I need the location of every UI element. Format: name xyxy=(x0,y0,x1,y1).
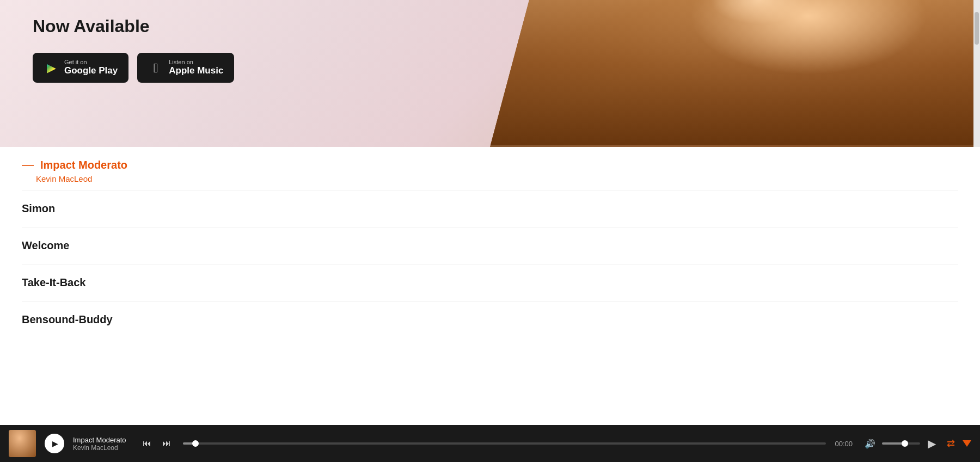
track-title: Bensound-Buddy xyxy=(22,313,113,325)
track-dash: — xyxy=(22,158,34,172)
track-title: Simon xyxy=(22,202,55,214)
google-play-icon xyxy=(44,60,59,76)
current-track-item[interactable]: — Impact Moderato Kevin MacLeod xyxy=(22,147,958,190)
google-play-small-label: Get it on xyxy=(64,59,87,65)
track-title: Take-It-Back xyxy=(22,276,85,288)
list-item[interactable]: Welcome xyxy=(22,227,958,264)
scrollbar-thumb[interactable] xyxy=(975,12,979,45)
hero-image xyxy=(490,0,980,147)
apple-music-big-label: Apple Music xyxy=(169,65,223,76)
hero-content: Now Available Get it on Google Play  Li… xyxy=(0,0,539,94)
current-track-artist: Kevin MacLeod xyxy=(22,174,958,183)
apple-music-small-label: Listen on xyxy=(169,59,193,65)
google-play-button[interactable]: Get it on Google Play xyxy=(33,53,128,83)
hero-buttons: Get it on Google Play  Listen on Apple … xyxy=(33,53,506,83)
scrollbar[interactable] xyxy=(973,0,980,147)
list-item[interactable]: Bensound-Buddy xyxy=(22,301,958,338)
apple-music-text: Listen on Apple Music xyxy=(169,59,223,76)
tracklist: — Impact Moderato Kevin MacLeod Simon We… xyxy=(0,147,980,338)
apple-music-button[interactable]:  Listen on Apple Music xyxy=(137,53,234,83)
hero-title: Now Available xyxy=(33,16,506,36)
list-item[interactable]: Simon xyxy=(22,190,958,227)
hero-section: Now Available Get it on Google Play  Li… xyxy=(0,0,980,147)
apple-music-icon:  xyxy=(148,60,163,76)
track-title: Welcome xyxy=(22,239,69,251)
current-track-title: Impact Moderato xyxy=(40,159,127,171)
google-play-text: Get it on Google Play xyxy=(64,59,118,76)
google-play-big-label: Google Play xyxy=(64,65,118,76)
current-track-name: — Impact Moderato xyxy=(22,158,958,172)
list-item[interactable]: Take-It-Back xyxy=(22,264,958,301)
